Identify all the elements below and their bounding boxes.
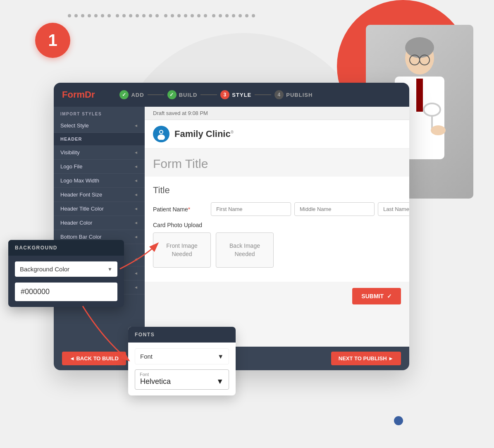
front-image-text: Front ImageNeeded xyxy=(166,242,197,258)
sidebar-logo-max-width-label: Logo Max Width xyxy=(60,177,99,184)
sidebar: IMPORT STYLES Select Style ◄ HEADER Visi… xyxy=(54,107,145,347)
sidebar-select-style-arrow: ◄ xyxy=(134,123,138,128)
middle-name-input[interactable] xyxy=(294,202,375,216)
nav-line-1 xyxy=(148,94,164,95)
patient-name-label-text: Patient Name xyxy=(153,206,188,213)
submit-label: SUBMIT xyxy=(361,293,384,299)
sidebar-item-visibility[interactable]: Visibility ◄ xyxy=(54,146,145,160)
draft-status-bar: Draft saved at 9:08 PM xyxy=(145,107,409,120)
clinic-name: Family Clinic® xyxy=(174,129,234,139)
sidebar-header-font-size-label: Header Font Size xyxy=(60,192,102,198)
sidebar-item-header-font-size[interactable]: Header Font Size ◄ xyxy=(54,188,145,202)
sidebar-item-header-title-color[interactable]: Header Title Color ◄ xyxy=(54,202,145,216)
nav-step-add[interactable]: ✓ ADD xyxy=(119,90,144,99)
nav-step-publish[interactable]: 4 PUBLISH xyxy=(274,90,313,99)
front-image-box[interactable]: Front ImageNeeded xyxy=(153,232,211,268)
sidebar-header-font-size-arrow: ◄ xyxy=(134,192,138,197)
step-add-label: ADD xyxy=(131,92,144,98)
form-submit-area: SUBMIT ✓ xyxy=(145,282,409,311)
font-select-label: Font xyxy=(140,372,149,377)
clinic-trademark: ® xyxy=(231,130,234,134)
bg-color-input[interactable] xyxy=(15,283,117,301)
svg-point-1 xyxy=(405,37,434,58)
sidebar-visibility-label: Visibility xyxy=(60,149,80,156)
dots-pattern xyxy=(66,12,257,21)
sidebar-option-color-arrow: ◄ xyxy=(134,271,138,276)
sidebar-header-title-color-label: Header Title Color xyxy=(60,206,104,212)
app-logo: FormDr xyxy=(62,89,95,100)
form-submit-button[interactable]: SUBMIT ✓ xyxy=(352,288,401,304)
nav-line-3 xyxy=(255,94,271,95)
upload-boxes: Front ImageNeeded Back ImageNeeded xyxy=(153,232,401,268)
sidebar-item-logo-max-width[interactable]: Logo Max Width ◄ xyxy=(54,174,145,188)
fonts-panel-header: FONTS xyxy=(128,327,236,343)
step-add-check: ✓ xyxy=(119,90,129,99)
logo-dr: Dr xyxy=(85,89,95,100)
font-dropdown-top-arrow: ▼ xyxy=(217,353,224,360)
last-name-input[interactable] xyxy=(378,202,409,216)
next-to-publish-button[interactable]: NEXT TO PUBLISH ► xyxy=(331,352,401,365)
step-style-num: 3 xyxy=(220,90,229,99)
svg-rect-3 xyxy=(416,79,423,112)
step-build-check: ✓ xyxy=(167,90,177,99)
step-number: 1 xyxy=(48,31,57,50)
sidebar-header-color-label: Header Color xyxy=(60,220,92,226)
svg-point-7 xyxy=(431,125,446,135)
patient-name-required: * xyxy=(188,206,190,213)
app-header: FormDr ✓ ADD ✓ BUILD 3 STYLE 4 xyxy=(54,83,409,107)
draft-status-text: Draft saved at 9:08 PM xyxy=(153,110,208,116)
font-dropdown-top[interactable]: Font ▼ xyxy=(135,348,229,364)
nav-step-style[interactable]: 3 STYLE xyxy=(220,90,251,99)
font-select-box[interactable]: Helvetica ▼ xyxy=(135,369,229,390)
bg-color-dropdown-label: Background Color xyxy=(20,266,69,273)
svg-point-13 xyxy=(160,131,162,133)
logo-form: Form xyxy=(62,89,85,100)
fonts-panel: FONTS Font ▼ Font Helvetica ▼ xyxy=(128,327,236,395)
first-name-input[interactable] xyxy=(211,202,291,216)
svg-point-12 xyxy=(158,134,165,140)
sidebar-visibility-arrow: ◄ xyxy=(134,150,138,155)
patient-name-row: Patient Name* xyxy=(153,202,401,216)
patient-name-inputs[interactable] xyxy=(211,202,409,216)
back-to-build-button[interactable]: ◄ BACK TO BUILD xyxy=(62,352,126,365)
font-select-wrapper: Font Helvetica ▼ xyxy=(135,369,229,390)
step-publish-label: PUBLISH xyxy=(286,92,313,98)
section-title: Title xyxy=(153,185,401,196)
app-body: IMPORT STYLES Select Style ◄ HEADER Visi… xyxy=(54,107,409,347)
upload-label: Card Photo Upload xyxy=(153,222,401,228)
sidebar-item-select-style[interactable]: Select Style ◄ xyxy=(54,119,145,133)
fonts-panel-body: Font ▼ Font Helvetica ▼ xyxy=(128,343,236,395)
font-select-arrow: ▼ xyxy=(216,377,224,386)
sidebar-select-style-label: Select Style xyxy=(60,122,89,129)
sidebar-logo-file-label: Logo File xyxy=(60,163,82,170)
sidebar-logo-max-width-arrow: ◄ xyxy=(134,178,138,183)
sidebar-bottom-bar-color-label: Bottom Bar Color xyxy=(60,234,102,240)
bg-panel-header: BACKGROUND xyxy=(8,240,124,256)
font-select-value: Helvetica xyxy=(140,377,171,386)
sidebar-item-logo-file[interactable]: Logo File ◄ xyxy=(54,160,145,174)
nav-steps: ✓ ADD ✓ BUILD 3 STYLE 4 PUBLISH xyxy=(119,90,313,99)
clinic-logo-svg xyxy=(155,128,167,140)
sidebar-item-header-color[interactable]: Header Color ◄ xyxy=(54,216,145,230)
form-section: Title Patient Name* Card Photo Upload xyxy=(145,177,409,282)
sidebar-option-text-color-arrow: ◄ xyxy=(134,285,138,290)
patient-name-label: Patient Name* xyxy=(153,206,211,213)
bg-color-dropdown-arrow: ▼ xyxy=(107,266,112,272)
back-image-box[interactable]: Back ImageNeeded xyxy=(216,232,274,268)
font-dropdown-top-label: Font xyxy=(140,353,153,360)
background-panel: BACKGROUND Background Color ▼ xyxy=(8,240,124,307)
sidebar-header-title: HEADER xyxy=(60,137,82,141)
nav-line-2 xyxy=(200,94,217,95)
sidebar-section-import-styles: IMPORT STYLES xyxy=(54,107,145,119)
sidebar-header-color-arrow: ◄ xyxy=(134,220,138,225)
nav-step-build[interactable]: ✓ BUILD xyxy=(167,90,198,99)
main-content: Draft saved at 9:08 PM Family Clinic® xyxy=(145,107,409,347)
clinic-name-text: Family Clinic xyxy=(174,129,231,139)
bg-panel-body: Background Color ▼ xyxy=(8,256,124,307)
step-badge: 1 xyxy=(35,23,70,58)
form-title-area: Form Title xyxy=(145,149,409,176)
sidebar-header-title-color-arrow: ◄ xyxy=(134,206,138,211)
sidebar-fields-font-size-arrow: ◄ xyxy=(134,257,138,261)
bg-color-dropdown[interactable]: Background Color ▼ xyxy=(15,261,117,277)
clinic-logo-icon xyxy=(153,126,169,142)
